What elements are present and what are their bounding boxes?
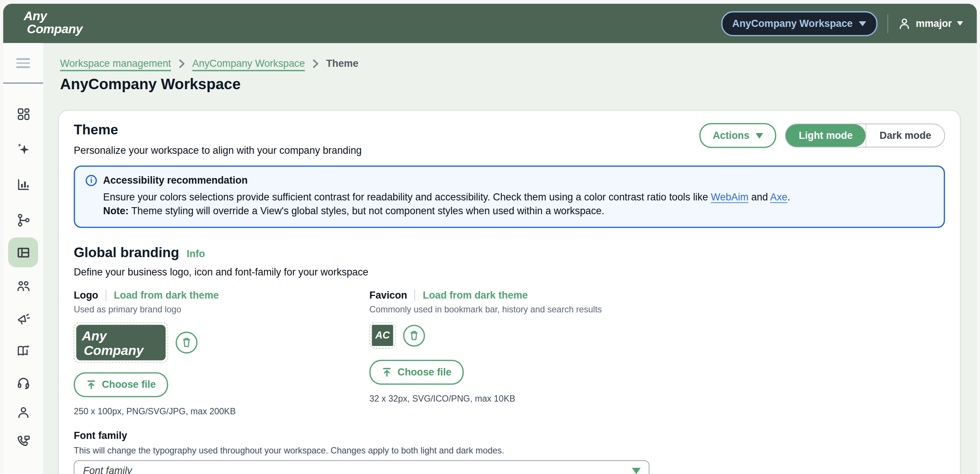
logo-load-from-dark-theme-link[interactable]: Load from dark theme <box>114 290 219 301</box>
alert-text: . <box>787 192 790 202</box>
card-header: Theme Personalize your workspace to alig… <box>73 122 945 156</box>
alert-note-line: Note: Theme styling will override a View… <box>103 204 934 218</box>
person-icon <box>16 405 30 419</box>
phone-message-icon <box>16 434 30 449</box>
main-content: Workspace management AnyCompany Workspac… <box>43 43 977 474</box>
alert-title-row: i Accessibility recommendation <box>86 175 934 186</box>
sidebar <box>3 43 43 474</box>
favicon-label: Favicon <box>369 290 407 301</box>
alert-note-text: Theme styling will override a View's glo… <box>129 206 605 216</box>
favicon-choose-file-button[interactable]: Choose file <box>369 360 464 385</box>
user-menu[interactable]: mmajor <box>898 17 963 30</box>
mode-toggle: Light mode Dark mode <box>785 124 945 147</box>
company-logo-line1: Any <box>24 10 83 22</box>
sidebar-item-dashboard[interactable] <box>8 98 38 128</box>
page-title: AnyCompany Workspace <box>60 75 241 93</box>
actions-button[interactable]: Actions <box>700 123 776 148</box>
theme-card: Theme Personalize your workspace to alig… <box>58 110 961 474</box>
breadcrumb-theme: Theme <box>326 58 358 70</box>
layout-icon <box>16 245 30 259</box>
favicon-label-row: Favicon Load from dark theme <box>369 290 945 301</box>
breadcrumb-workspace-management[interactable]: Workspace management <box>60 58 171 70</box>
menu-icon[interactable] <box>16 58 30 68</box>
favicon-sublabel: Commonly used in bookmark bar, history a… <box>369 304 945 314</box>
alert-text: and <box>748 192 770 202</box>
light-mode-button[interactable]: Light mode <box>786 124 866 147</box>
favicon-load-from-dark-theme-link[interactable]: Load from dark theme <box>423 290 528 301</box>
chevron-down-icon <box>756 133 763 138</box>
actions-button-label: Actions <box>713 130 749 141</box>
sidebar-divider <box>3 82 43 84</box>
branding-columns: Logo Load from dark theme Used as primar… <box>73 290 945 416</box>
font-family-placeholder: Font family <box>83 465 132 474</box>
logo-delete-button[interactable] <box>175 332 197 354</box>
alert-title: Accessibility recommendation <box>103 175 248 186</box>
chevron-down-icon <box>957 21 963 26</box>
logo-choose-file-button[interactable]: Choose file <box>73 372 168 397</box>
label-divider <box>415 290 415 301</box>
dark-mode-label: Dark mode <box>880 130 931 141</box>
sidebar-item-knowledge[interactable] <box>8 336 38 365</box>
favicon-delete-button[interactable] <box>403 324 425 346</box>
favicon-preview-text: AC <box>375 330 390 341</box>
sidebar-item-workflows[interactable] <box>8 205 38 235</box>
sidebar-item-profile[interactable] <box>8 397 38 427</box>
header-right: AnyCompany Workspace mmajor <box>721 4 963 43</box>
logo-preview-line2: Company <box>84 343 165 357</box>
webaim-link[interactable]: WebAim <box>711 192 748 202</box>
chevron-down-icon <box>632 468 641 474</box>
book-sparkle-icon <box>16 343 30 358</box>
info-link[interactable]: Info <box>187 249 205 260</box>
favicon-preview: AC <box>369 322 396 349</box>
headset-icon <box>16 375 30 389</box>
alert-text: Ensure your colors selections provide su… <box>103 192 711 202</box>
breadcrumb-separator-icon <box>178 59 185 68</box>
sparkle-icon <box>16 141 30 155</box>
user-icon <box>898 17 910 30</box>
breadcrumb: Workspace management AnyCompany Workspac… <box>60 58 358 70</box>
upload-icon <box>86 380 96 390</box>
favicon-column: Favicon Load from dark theme Commonly us… <box>369 290 945 416</box>
app-frame: Any Company AnyCompany Workspace mmajor <box>3 4 977 474</box>
axe-link[interactable]: Axe <box>770 192 787 202</box>
header-divider <box>888 14 888 33</box>
breadcrumb-anycompany-workspace[interactable]: AnyCompany Workspace <box>192 58 305 70</box>
logo-preview-line1: Any <box>82 328 165 342</box>
logo-label-row: Logo Load from dark theme <box>73 290 369 301</box>
megaphone-icon <box>16 311 30 325</box>
logo-hint: 250 x 100px, PNG/SVG/JPG, max 200KB <box>73 406 369 416</box>
favicon-choose-file-label: Choose file <box>398 366 451 378</box>
sidebar-item-analytics[interactable] <box>8 170 38 199</box>
company-logo-line2: Company <box>27 22 83 35</box>
user-name: mmajor <box>916 18 952 29</box>
font-family-label: Font family <box>73 430 945 442</box>
sidebar-item-contact[interactable] <box>8 426 38 457</box>
branch-icon <box>16 213 30 227</box>
global-branding-description: Define your business logo, icon and font… <box>73 267 945 278</box>
card-header-controls: Actions Light mode Dark mode <box>700 123 945 148</box>
accessibility-alert: i Accessibility recommendation Ensure yo… <box>73 165 945 228</box>
alert-body-line1: Ensure your colors selections provide su… <box>103 190 934 204</box>
favicon-preview-image: AC <box>372 325 393 346</box>
card-title: Theme <box>73 122 361 138</box>
bar-chart-icon <box>16 177 30 191</box>
logo-column: Logo Load from dark theme Used as primar… <box>73 290 369 416</box>
sidebar-item-users[interactable] <box>8 271 38 301</box>
global-branding-header: Global branding Info <box>73 245 945 261</box>
chevron-down-icon <box>859 21 867 26</box>
sidebar-item-ai-assistant[interactable] <box>8 134 38 163</box>
global-branding-title: Global branding <box>73 245 179 261</box>
workspace-switcher-button[interactable]: AnyCompany Workspace <box>721 11 877 36</box>
alert-note-label: Note: <box>103 206 129 216</box>
trash-icon <box>408 330 420 341</box>
sidebar-item-views[interactable] <box>8 237 38 267</box>
page: Any Company AnyCompany Workspace mmajor <box>0 0 980 474</box>
logo-preview-image: Any Company <box>76 325 165 360</box>
workspace-switcher-label: AnyCompany Workspace <box>732 18 853 29</box>
favicon-hint: 32 x 32px, SVG/ICO/PNG, max 10KB <box>369 393 945 403</box>
dark-mode-button[interactable]: Dark mode <box>867 124 945 147</box>
font-family-select[interactable]: Font family <box>73 460 649 474</box>
sidebar-item-announcements[interactable] <box>8 303 38 333</box>
breadcrumb-separator-icon <box>312 59 318 68</box>
sidebar-item-support[interactable] <box>8 367 38 397</box>
